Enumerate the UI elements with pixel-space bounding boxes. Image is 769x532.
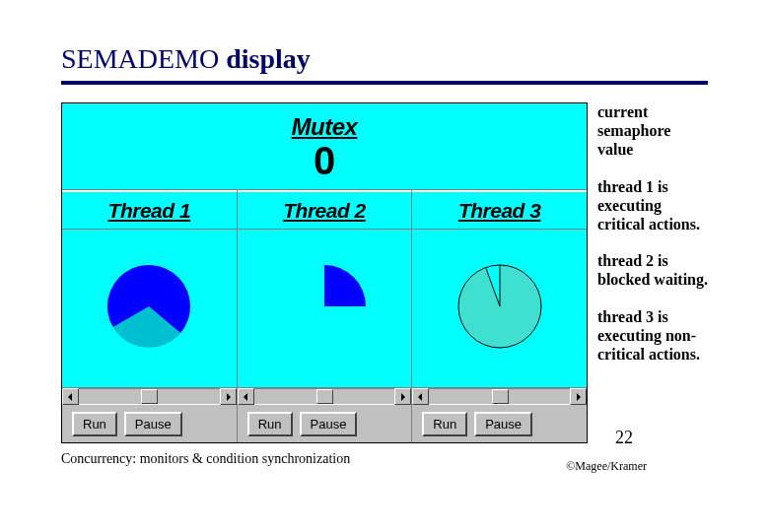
scroll-right-button[interactable] — [570, 388, 587, 405]
thread-header: Thread 3 — [412, 190, 587, 230]
scroll-right-button[interactable] — [394, 388, 411, 405]
note-thread3: thread 3 is executing non-critical actio… — [597, 307, 708, 365]
copyright: ©Magee/Kramer — [566, 459, 647, 474]
footer-text: Concurrency: monitors & condition synchr… — [61, 451, 350, 466]
run-button[interactable]: Run — [422, 412, 467, 436]
mutex-display: Mutex 0 — [62, 103, 587, 190]
slide-title: SEMADEMO display — [61, 43, 708, 75]
semademo-window: Mutex 0 Thread 1 Run Pause Thread 2 — [61, 102, 588, 443]
run-button[interactable]: Run — [247, 412, 293, 436]
thread-name: Thread 2 — [283, 199, 366, 223]
thread-name: Thread 1 — [108, 199, 191, 223]
page-number: 22 — [615, 428, 633, 448]
thread-header: Thread 2 — [238, 190, 412, 230]
pie-icon — [280, 262, 369, 355]
mutex-value: 0 — [314, 141, 335, 180]
thread-panel: Thread 2 Run Pause — [238, 190, 413, 442]
scroll-track[interactable] — [79, 388, 220, 405]
note-mutex: current semaphore value — [597, 102, 708, 160]
pie-icon — [105, 262, 193, 355]
scroll-thumb[interactable] — [141, 389, 158, 404]
thread-header: Thread 1 — [62, 190, 237, 230]
thread-panel: Thread 3 Run Pause — [412, 190, 587, 442]
thread-name: Thread 3 — [458, 199, 541, 223]
thread-button-row: Run Pause — [62, 405, 237, 442]
scroll-thumb[interactable] — [316, 389, 333, 404]
scroll-track[interactable] — [429, 388, 570, 405]
run-button[interactable]: Run — [72, 412, 117, 436]
scroll-left-button[interactable] — [62, 388, 79, 405]
scroll-right-button[interactable] — [220, 388, 237, 405]
thread-pie-area — [412, 230, 587, 387]
title-rule — [61, 81, 708, 85]
scroll-left-button[interactable] — [412, 388, 429, 405]
pie-icon — [455, 262, 544, 355]
thread-scrollbar[interactable] — [62, 387, 237, 405]
thread-pie-area — [238, 230, 412, 387]
mutex-label: Mutex — [292, 113, 358, 141]
thread-pie-area — [62, 230, 237, 387]
scroll-track[interactable] — [254, 388, 395, 405]
pause-button[interactable]: Pause — [300, 412, 358, 436]
note-thread1: thread 1 is executing critical actions. — [597, 177, 708, 234]
thread-scrollbar[interactable] — [412, 387, 587, 405]
note-thread2: thread 2 is blocked waiting. — [597, 251, 708, 289]
pause-button[interactable]: Pause — [474, 412, 532, 436]
title-suffix: display — [219, 43, 311, 74]
pause-button[interactable]: Pause — [124, 412, 182, 436]
thread-scrollbar[interactable] — [238, 387, 412, 405]
scroll-thumb[interactable] — [492, 389, 509, 404]
thread-panel: Thread 1 Run Pause — [62, 190, 238, 442]
thread-button-row: Run Pause — [412, 405, 587, 442]
scroll-left-button[interactable] — [238, 388, 254, 405]
thread-button-row: Run Pause — [238, 405, 412, 442]
title-prefix: SEMADEMO — [61, 43, 219, 74]
